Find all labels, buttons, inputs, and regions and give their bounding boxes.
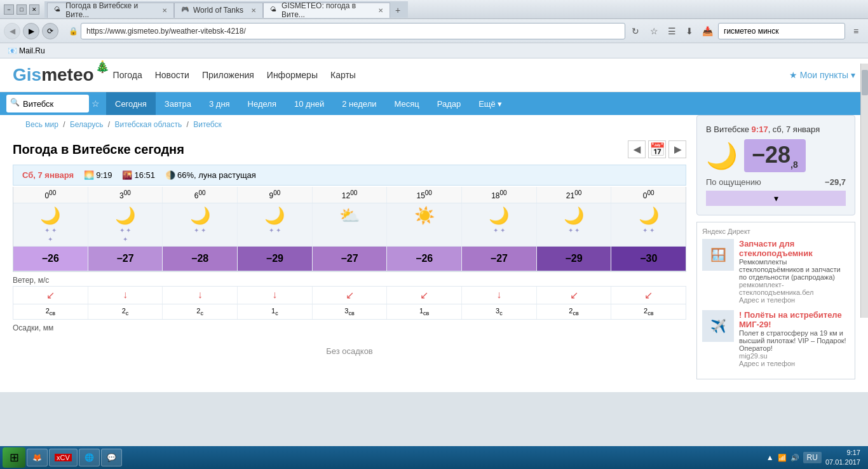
- nav-tab-today[interactable]: Сегодня: [106, 92, 156, 115]
- menu-button[interactable]: ≡: [848, 23, 864, 39]
- temp-3: −27: [88, 247, 163, 271]
- tab-3[interactable]: 🌤 GISMETEO: погода в Вите... ✕: [263, 3, 390, 18]
- next-day-button[interactable]: ▶: [668, 140, 686, 158]
- taskbar: ⊞ 🦊 xCV 🌐 💬 ▲ 📶 🔊 RU 9:17 07.01.2017: [0, 446, 868, 469]
- scrollbar[interactable]: [860, 64, 868, 318]
- tab-close-3[interactable]: ✕: [378, 7, 383, 14]
- taskbar-chrome[interactable]: 🌐: [79, 449, 100, 466]
- sidebar-main: 🌙 −28,8: [706, 139, 846, 172]
- nav-pogoda[interactable]: Погода: [113, 70, 142, 80]
- breadcrumb-country[interactable]: Беларусь: [70, 120, 103, 129]
- forward-button[interactable]: ▶: [23, 23, 39, 39]
- expand-button[interactable]: ▾: [706, 191, 846, 206]
- nav-tab-2weeks[interactable]: 2 недели: [333, 92, 385, 115]
- site-header: Gismeteo 🎄 Погода Новости Приложения Инф…: [0, 58, 868, 92]
- window-controls[interactable]: − □ ✕: [4, 4, 39, 15]
- ad-source: Яндекс Директ: [702, 228, 850, 235]
- nav-informery[interactable]: Информеры: [267, 70, 318, 80]
- bookmarks-bar: 📧 Mail.Ru: [0, 43, 868, 58]
- ad-desc-0: Ремкомплекты стеклоподъёмников и запчаст…: [739, 258, 850, 281]
- wind-speed-12: 3св: [313, 304, 388, 319]
- refresh-button[interactable]: ↻: [628, 23, 643, 39]
- precip-empty: Без осадков: [13, 334, 686, 369]
- browser-toolbar: ◀ ▶ ⟳ 🔒 ↻ ☆ ☰ ⬇ 📥 ≡: [0, 19, 868, 43]
- wind-arrow-15: ↙: [387, 287, 462, 304]
- main-layout: Весь мир / Беларусь / Витебская область …: [0, 115, 868, 392]
- bookmark-star-icon[interactable]: ☆: [646, 23, 662, 39]
- wind-speed-6: 2с: [163, 304, 238, 319]
- tab-close-1[interactable]: ✕: [162, 7, 167, 14]
- minimize-button[interactable]: −: [4, 4, 14, 15]
- calendar-button[interactable]: 📅: [648, 140, 666, 158]
- breadcrumb-region[interactable]: Витебская область: [114, 120, 182, 129]
- tab-1[interactable]: 🌤 Погода в Витебске и Вите... ✕: [47, 3, 174, 18]
- wind-speed-15: 1св: [387, 304, 462, 319]
- nav-novosti[interactable]: Новости: [155, 70, 189, 80]
- wind-arrow-9: ↓: [238, 287, 313, 304]
- nav-tab-tomorrow[interactable]: Завтра: [156, 92, 200, 115]
- my-points-button[interactable]: ★ Мои пункты ▾: [789, 70, 855, 80]
- hour-9: 900: [238, 187, 313, 203]
- pocket-icon[interactable]: ⬇: [681, 23, 698, 39]
- home-button[interactable]: ⟳: [42, 23, 58, 39]
- page-content: Gismeteo 🎄 Погода Новости Приложения Инф…: [0, 58, 868, 392]
- nav-tab-radar[interactable]: Радар: [428, 92, 470, 115]
- back-button[interactable]: ◀: [4, 23, 20, 39]
- weather-icon-3: 🌙: [115, 206, 135, 225]
- tab-2[interactable]: 🎮 World of Tanks ✕: [174, 3, 263, 18]
- tab-close-2[interactable]: ✕: [251, 7, 256, 14]
- nav-tab-month[interactable]: Месяц: [385, 92, 428, 115]
- taskbar-xcv[interactable]: xCV: [49, 449, 78, 466]
- city-search-input[interactable]: [6, 95, 89, 112]
- site-logo[interactable]: Gismeteo 🎄: [13, 65, 94, 85]
- download-icon[interactable]: 📥: [699, 23, 715, 39]
- taskbar-skype[interactable]: 💬: [101, 449, 122, 466]
- nav-tab-3days[interactable]: 3 дня: [200, 92, 239, 115]
- ad-item-0[interactable]: 🪟 Запчасти для стеклоподъемник Ремкомпле…: [702, 239, 850, 304]
- nav-karty[interactable]: Карты: [330, 70, 356, 80]
- close-button[interactable]: ✕: [29, 4, 39, 15]
- toolbar-icons: ☆ ☰ ⬇ 📥: [646, 23, 715, 39]
- icon-9: 🌙✦ ✦: [238, 203, 313, 246]
- taskbar-firefox[interactable]: 🦊: [27, 449, 48, 466]
- weather-icon-24: 🌙: [639, 206, 659, 225]
- nav-tab-more[interactable]: Ещё ▾: [470, 92, 511, 115]
- start-button[interactable]: ⊞: [3, 447, 25, 468]
- moon-icon: 🌗: [165, 170, 175, 180]
- main-content-area: Весь мир / Беларусь / Витебская область …: [13, 115, 686, 379]
- feel-label: По ощущению: [706, 177, 761, 187]
- weather-icon-12: ⛅: [339, 206, 360, 225]
- hour-18: 1800: [462, 187, 537, 203]
- language-indicator[interactable]: RU: [803, 452, 822, 463]
- nav-tab-10days[interactable]: 10 дней: [285, 92, 333, 115]
- bookmark-mailru[interactable]: 📧 Mail.Ru: [5, 46, 48, 55]
- page-title: Погода в Витебске сегодня ◀ 📅 ▶: [13, 140, 686, 158]
- ad-phone-1[interactable]: Адрес и телефон: [739, 360, 850, 367]
- network-icon: 📶: [778, 454, 787, 462]
- skype-icon: 💬: [107, 453, 116, 462]
- temp-9: −29: [238, 247, 313, 271]
- reader-icon[interactable]: ☰: [663, 23, 680, 39]
- prev-day-button[interactable]: ◀: [628, 140, 646, 158]
- nav-tab-week[interactable]: Неделя: [239, 92, 285, 115]
- hour-0: 000: [13, 187, 88, 203]
- address-bar[interactable]: [81, 23, 625, 39]
- breadcrumb-world[interactable]: Весь мир: [25, 120, 58, 129]
- city-favorite-icon[interactable]: ☆: [92, 99, 100, 109]
- new-tab-button[interactable]: +: [390, 3, 405, 18]
- maximize-button[interactable]: □: [17, 4, 27, 15]
- ad-desc-1: Полет в стратосферу на 19 км и высший пи…: [739, 329, 850, 352]
- breadcrumb-city[interactable]: Витебск: [193, 120, 222, 129]
- hourly-grid: 000 300 600 900 1200 1500 1800 2100 000 …: [13, 187, 686, 272]
- ad-phone-0[interactable]: Адрес и телефон: [739, 296, 850, 304]
- nav-prilozhenia[interactable]: Приложения: [202, 70, 254, 80]
- ad-link-1[interactable]: ! Полёты на истребителе МИГ-29!: [739, 310, 850, 329]
- wind-speed-row: 2св 2с 2с 1с 3св 1св 3с 2св 2св: [13, 304, 686, 320]
- search-box[interactable]: [718, 23, 845, 39]
- date-label: Сб, 7 января: [22, 170, 74, 180]
- scrollbar-thumb[interactable]: [862, 70, 868, 95]
- wind-speed-0: 2св: [13, 304, 88, 319]
- ad-item-1[interactable]: ✈️ ! Полёты на истребителе МИГ-29! Полет…: [702, 310, 850, 367]
- ad-link-0[interactable]: Запчасти для стеклоподъемник: [739, 239, 850, 258]
- feel-value: −29,7: [825, 177, 846, 187]
